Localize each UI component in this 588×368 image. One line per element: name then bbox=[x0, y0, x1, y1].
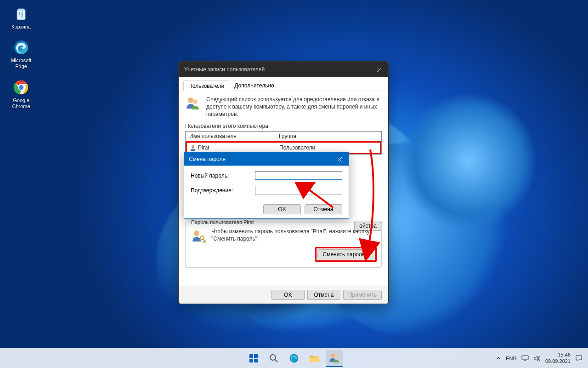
user-icon bbox=[190, 144, 196, 151]
close-icon bbox=[337, 157, 342, 162]
chrome-icon bbox=[12, 78, 30, 97]
tab-advanced[interactable]: Дополнительно bbox=[229, 80, 279, 91]
svg-point-5 bbox=[188, 98, 193, 103]
time: 15:46 bbox=[545, 352, 571, 358]
tabs: Пользователи Дополнительно bbox=[179, 77, 388, 91]
svg-point-6 bbox=[193, 99, 198, 104]
taskbar: ENG 15:46 09.09.2021 bbox=[0, 348, 588, 368]
notification-icon bbox=[575, 355, 582, 362]
users-list[interactable]: Имя пользователя Группа Pirat Пользовате… bbox=[185, 131, 382, 155]
key-user-icon bbox=[190, 228, 207, 246]
groupbox-title: Пароль пользователя Pirat bbox=[189, 219, 256, 225]
monitor-icon bbox=[521, 355, 529, 362]
taskbar-explorer[interactable] bbox=[305, 350, 323, 367]
desktop-icon-label: Корзина bbox=[11, 24, 31, 30]
network-icon[interactable] bbox=[521, 355, 529, 362]
tray-chevron[interactable] bbox=[496, 356, 501, 361]
sound-icon[interactable] bbox=[533, 355, 541, 362]
new-password-input[interactable] bbox=[255, 171, 342, 180]
svg-rect-18 bbox=[522, 356, 528, 360]
speaker-icon bbox=[533, 355, 541, 362]
search-icon bbox=[269, 354, 278, 363]
desktop-icon-label: Google Chrome bbox=[5, 98, 38, 109]
desktop-icon-recycle-bin[interactable]: Корзина bbox=[5, 5, 38, 30]
dialog-buttons: OK Отмена Применить bbox=[179, 286, 388, 304]
user-row[interactable]: Pirat Пользователи bbox=[187, 143, 380, 153]
search-button[interactable] bbox=[265, 350, 283, 367]
users-icon bbox=[328, 352, 340, 364]
close-button[interactable] bbox=[370, 62, 388, 77]
notifications-button[interactable] bbox=[575, 355, 582, 362]
svg-point-7 bbox=[192, 145, 194, 148]
svg-point-9 bbox=[200, 236, 204, 240]
svg-rect-12 bbox=[249, 359, 253, 362]
svg-rect-11 bbox=[254, 354, 258, 358]
password-help-text: Чтобы изменить пароль пользователя "Pira… bbox=[211, 228, 377, 242]
dialog-titlebar[interactable]: Смена пароля bbox=[184, 153, 349, 166]
tab-users[interactable]: Пользователи bbox=[183, 80, 229, 91]
svg-rect-13 bbox=[254, 359, 258, 362]
ok-button[interactable]: OK bbox=[263, 204, 301, 214]
start-button[interactable] bbox=[245, 350, 262, 367]
svg-point-14 bbox=[270, 355, 276, 360]
annotation-highlight: Сменить пароль... bbox=[315, 247, 377, 262]
desktop-icon-label: Microsoft Edge bbox=[5, 58, 38, 69]
users-icon bbox=[185, 96, 202, 118]
new-password-label: Новый пароль: bbox=[191, 172, 255, 179]
close-icon bbox=[377, 67, 382, 72]
confirm-password-label: Подтверждение: bbox=[191, 187, 255, 194]
language-indicator[interactable]: ENG bbox=[506, 356, 517, 361]
windows-icon bbox=[249, 353, 259, 363]
clock[interactable]: 15:46 09.09.2021 bbox=[545, 352, 571, 364]
desktop-icon-edge[interactable]: Microsoft Edge bbox=[5, 38, 38, 69]
confirm-password-input[interactable] bbox=[255, 186, 342, 195]
dialog-title: Смена пароля bbox=[189, 156, 330, 162]
date: 09.09.2021 bbox=[545, 358, 571, 364]
column-header-user[interactable]: Имя пользователя bbox=[186, 132, 275, 141]
svg-rect-10 bbox=[249, 354, 253, 358]
users-list-label: Пользователи этого компьютера: bbox=[185, 123, 382, 129]
recycle-bin-icon bbox=[12, 5, 30, 23]
column-header-group[interactable]: Группа bbox=[275, 132, 381, 141]
cancel-button[interactable]: Отмена bbox=[307, 290, 340, 300]
cancel-button[interactable]: Отмена bbox=[305, 204, 342, 214]
user-group: Пользователи bbox=[277, 144, 380, 152]
titlebar[interactable]: Учетные записи пользователей bbox=[179, 62, 388, 77]
taskbar-user-accounts[interactable] bbox=[326, 350, 343, 367]
user-name: Pirat bbox=[198, 144, 209, 151]
svg-point-8 bbox=[194, 230, 199, 236]
change-password-button[interactable]: Сменить пароль... bbox=[317, 249, 374, 259]
svg-point-17 bbox=[334, 355, 338, 358]
chevron-up-icon bbox=[496, 356, 501, 361]
close-button[interactable] bbox=[330, 153, 349, 166]
edge-icon bbox=[12, 38, 30, 57]
svg-point-16 bbox=[331, 353, 335, 357]
taskbar-edge[interactable] bbox=[285, 350, 303, 367]
folder-icon bbox=[309, 353, 320, 364]
change-password-dialog: Смена пароля Новый пароль: Подтверждение… bbox=[184, 152, 349, 218]
desktop-icon-chrome[interactable]: Google Chrome bbox=[5, 78, 38, 109]
description-text: Следующий список используется для предос… bbox=[206, 96, 382, 118]
password-groupbox: Пароль пользователя Pirat Чтобы изменить… bbox=[185, 223, 382, 268]
edge-icon bbox=[288, 353, 300, 364]
window-title: Учетные записи пользователей bbox=[184, 66, 370, 73]
apply-button: Применить bbox=[343, 290, 382, 300]
ok-button[interactable]: OK bbox=[271, 290, 305, 300]
